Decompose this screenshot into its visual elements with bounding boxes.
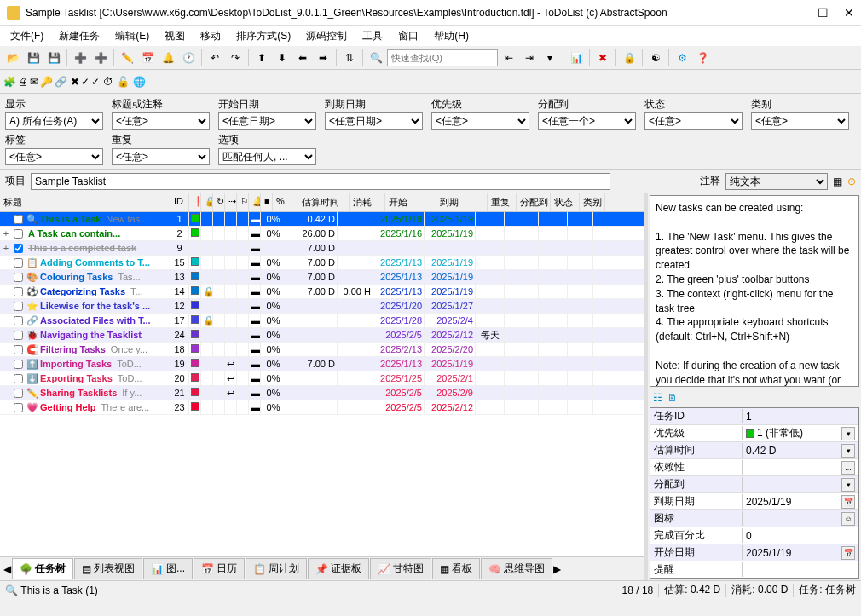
sort-icon[interactable]: ⇅: [340, 49, 359, 67]
view-tab[interactable]: ▦看板: [432, 558, 480, 579]
col-start[interactable]: 开始: [385, 193, 436, 211]
filter-select-alloc[interactable]: <任意一个>: [538, 112, 636, 130]
settings-icon[interactable]: ⚙: [673, 49, 691, 67]
attr-row[interactable]: 图标 ☺: [650, 510, 858, 527]
task-checkbox[interactable]: [14, 244, 23, 253]
quickfind-input[interactable]: [387, 49, 498, 66]
task-row[interactable]: 🎨 Colouring Tasks Tas... 13 ▬ 0% 7.00 D …: [0, 270, 644, 285]
globe-icon[interactable]: 🌐: [133, 76, 146, 88]
close-button[interactable]: ✕: [844, 6, 854, 20]
date-icon[interactable]: 📅: [138, 49, 157, 67]
undo-icon[interactable]: ↶: [205, 49, 224, 67]
attr-value[interactable]: ▾: [743, 478, 858, 492]
col-recur-icon[interactable]: ↻: [213, 193, 225, 211]
moveleft-icon[interactable]: ⬅: [293, 49, 312, 67]
open-icon[interactable]: 📂: [3, 49, 22, 67]
close-file-icon[interactable]: ✖: [71, 76, 79, 88]
task-checkbox[interactable]: [14, 374, 23, 383]
task-row[interactable]: 🔍 This is a Task New tas... 1 ▬ 0% 0.42 …: [0, 212, 644, 227]
task-checkbox[interactable]: [14, 345, 23, 354]
view-tab[interactable]: 📋周计划: [246, 558, 307, 579]
moveup-icon[interactable]: ⬆: [252, 49, 271, 67]
task-row[interactable]: + A Task can contain... 2 ▬ 0% 26.00 D 2…: [0, 227, 644, 241]
plugin-icon[interactable]: 🧩: [3, 76, 16, 88]
menu-item[interactable]: 窗口: [391, 26, 425, 46]
task-checkbox[interactable]: [14, 258, 23, 268]
attr-view1-icon[interactable]: ☷: [653, 392, 662, 404]
task-checkbox[interactable]: [14, 316, 23, 325]
col-pct[interactable]: %: [273, 193, 298, 211]
attr-button[interactable]: ▾: [841, 478, 855, 492]
view-tab[interactable]: 🧠思维导图: [481, 558, 552, 579]
col-track-icon[interactable]: ■: [261, 193, 273, 211]
nav-right-icon[interactable]: ⇥: [520, 49, 539, 67]
filter-select-recur[interactable]: <任意>: [112, 148, 210, 165]
menu-item[interactable]: 排序方式(S): [229, 26, 298, 46]
maximize-button[interactable]: ☐: [818, 6, 829, 20]
attr-value[interactable]: 0: [743, 530, 858, 542]
attr-value[interactable]: 1: [743, 411, 858, 423]
attr-button[interactable]: ☺: [841, 512, 855, 526]
task-checkbox[interactable]: [14, 403, 23, 412]
attr-grid[interactable]: 任务ID 1 优先级 1 (非常低) ▾ 估算时间 0.42 D ▾ 依赖性 .…: [650, 407, 859, 579]
nav-left-icon[interactable]: ⇤: [500, 49, 518, 67]
attr-row[interactable]: 完成百分比 0: [650, 527, 858, 544]
task-row[interactable]: 📋 Adding Comments to T... 15 ▬ 0% 7.00 D…: [0, 256, 644, 270]
menu-item[interactable]: 移动: [194, 26, 228, 46]
menu-item[interactable]: 工具: [355, 26, 390, 46]
attr-row[interactable]: 开始日期 2025/1/19 📅: [650, 544, 858, 561]
clock-icon[interactable]: 🕐: [179, 49, 198, 67]
tree-expander[interactable]: +: [2, 241, 10, 256]
view-tab[interactable]: 📊图...: [143, 558, 193, 579]
filter-select-title[interactable]: <任意>: [112, 112, 210, 130]
comments-box[interactable]: New tasks can be created using: 1. The '…: [650, 195, 859, 387]
moveright-icon[interactable]: ➡: [314, 49, 332, 67]
attr-value[interactable]: ...: [743, 461, 858, 475]
lock-icon[interactable]: 🔒: [620, 49, 639, 67]
col-status[interactable]: 状态: [551, 193, 580, 211]
help-icon[interactable]: ❓: [693, 49, 712, 67]
view-tab[interactable]: 📅日历: [194, 558, 245, 579]
tree-expander[interactable]: +: [2, 227, 10, 241]
task-checkbox[interactable]: [14, 360, 23, 369]
attr-view2-icon[interactable]: 🗎: [667, 392, 678, 404]
attr-button[interactable]: ...: [841, 461, 855, 475]
attr-value[interactable]: 0.42 D ▾: [743, 444, 858, 458]
col-flag-icon[interactable]: ⚐: [237, 193, 249, 211]
task-row[interactable]: + This is a completed task 9 ▬ 7.00 D: [0, 241, 644, 256]
attr-row[interactable]: 到期日期 2025/1/19 📅: [650, 493, 858, 510]
email-icon[interactable]: ✉: [30, 76, 38, 88]
new-task-icon[interactable]: ➕: [71, 49, 90, 67]
movedown-icon[interactable]: ⬇: [273, 49, 292, 67]
col-lock-icon[interactable]: 🔒: [201, 193, 213, 211]
task-row[interactable]: 💗 Getting Help There are... 23 ▬ 0% 2025…: [0, 400, 644, 415]
filter-select-due[interactable]: <任意日期>: [325, 112, 423, 130]
col-id[interactable]: ID: [170, 193, 189, 211]
view-tab[interactable]: ▤列表视图: [74, 558, 142, 579]
col-bell-icon[interactable]: 🔔: [249, 193, 261, 211]
col-depend-icon[interactable]: ⇢: [225, 193, 237, 211]
comments-format-select[interactable]: 纯文本: [725, 173, 828, 190]
view-tab[interactable]: 🌳任务树: [12, 558, 73, 579]
attr-button[interactable]: ▾: [841, 444, 855, 458]
print-icon[interactable]: 🖨: [18, 76, 28, 88]
filter-select-prio[interactable]: <任意>: [431, 112, 529, 130]
attr-button[interactable]: 📅: [841, 546, 855, 560]
menu-item[interactable]: 视图: [158, 26, 192, 46]
attr-row[interactable]: 任务ID 1: [650, 408, 858, 425]
task-checkbox[interactable]: [14, 287, 23, 296]
col-spent[interactable]: 消耗: [350, 193, 385, 211]
filter-icon[interactable]: 📊: [567, 49, 586, 67]
task-checkbox[interactable]: [14, 229, 23, 239]
attr-button[interactable]: 📅: [841, 495, 855, 509]
col-est[interactable]: 估算时间: [298, 193, 350, 211]
link-icon[interactable]: 🔗: [55, 76, 67, 88]
attr-row[interactable]: 依赖性 ...: [650, 459, 858, 476]
reminder-icon[interactable]: 🔔: [159, 49, 177, 67]
attr-row[interactable]: 估算时间 0.42 D ▾: [650, 442, 858, 459]
attr-value[interactable]: 2025/1/19 📅: [743, 546, 858, 560]
key-icon[interactable]: 🔑: [40, 76, 53, 88]
dropdown-icon[interactable]: ▾: [540, 49, 559, 67]
task-checkbox[interactable]: [14, 302, 23, 311]
tab-nav-left-icon[interactable]: ◀: [3, 563, 11, 575]
